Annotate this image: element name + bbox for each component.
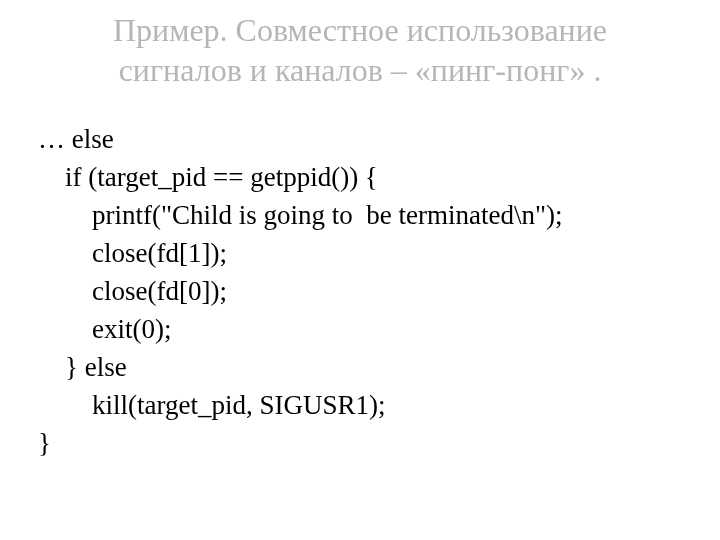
slide-title: Пример. Совместное использование сигнало…: [0, 10, 720, 90]
slide: Пример. Совместное использование сигнало…: [0, 0, 720, 540]
code-block: … else if (target_pid == getppid()) { pr…: [38, 120, 562, 462]
